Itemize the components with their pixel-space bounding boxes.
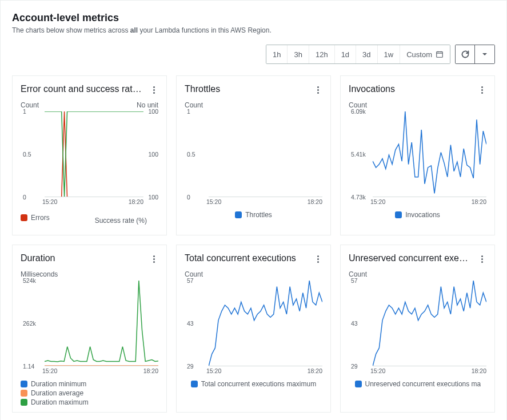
caret-down-icon (481, 51, 488, 58)
axis-labels: Milliseconds (21, 270, 158, 278)
x-axis-ticks: 15:2018:20 (42, 198, 143, 205)
axis-labels: Count (349, 270, 486, 278)
refresh-icon (461, 50, 470, 59)
legend-swatch (21, 214, 27, 221)
axis-labels: Count (185, 270, 322, 278)
legend-item: Errors (21, 211, 50, 225)
chart-plot: 10.50 (187, 111, 322, 197)
time-range-group: 1h 3h 12h 1d 3d 1w Custom (266, 45, 450, 64)
range-1h[interactable]: 1h (266, 45, 288, 63)
range-custom[interactable]: Custom (400, 45, 450, 63)
legend-item: Duration maximum (21, 398, 158, 406)
legend-swatch (21, 399, 27, 406)
metrics-panel: Account-level metrics The charts below s… (0, 0, 507, 420)
chart-card-errors: Error count and success rat…CountNo unit… (12, 75, 167, 235)
chart-plot: 10.50100100100 (23, 111, 158, 197)
chart-menu-button[interactable] (149, 253, 158, 265)
legend-item: Total concurrent executions maximum (191, 380, 316, 388)
chart-card-unreserved: Unreserved concurrent exe…Count57432915:… (340, 245, 495, 413)
refresh-button[interactable] (456, 45, 475, 63)
range-12h[interactable]: 12h (309, 45, 335, 63)
chart-legend: ErrorsSuccess rate (%) (21, 211, 158, 225)
chart-menu-button[interactable] (477, 253, 486, 265)
x-axis-ticks: 15:2018:20 (206, 198, 322, 205)
page-title: Account-level metrics (12, 12, 495, 24)
chart-menu-button[interactable] (313, 253, 322, 265)
legend-item: Success rate (%) (95, 217, 147, 225)
axis-labels: Count (349, 101, 486, 109)
axis-labels: CountNo unit (21, 101, 158, 109)
legend-swatch (395, 211, 402, 218)
chart-legend: Unreserved concurrent executions maximum (349, 380, 486, 388)
charts-grid: Error count and success rat…CountNo unit… (12, 75, 495, 413)
svg-rect-0 (437, 52, 443, 58)
calendar-icon (436, 50, 444, 58)
chart-title: Total concurrent executions (185, 253, 313, 263)
legend-swatch (191, 381, 198, 387)
legend-item: Duration minimum (21, 380, 158, 388)
chart-title: Error count and success rat… (21, 84, 149, 94)
legend-item: Throttles (235, 211, 272, 219)
x-axis-ticks: 15:2018:20 (370, 367, 486, 374)
legend-swatch (235, 211, 242, 218)
action-button-group (455, 45, 495, 64)
chart-menu-button[interactable] (477, 84, 486, 95)
legend-item: Invocations (395, 211, 440, 219)
chart-title: Duration (21, 253, 149, 263)
chart-title: Throttles (185, 84, 313, 94)
x-axis-ticks: 15:2018:20 (206, 367, 322, 374)
chart-menu-button[interactable] (149, 84, 158, 95)
chart-plot: 574329 (351, 281, 486, 366)
legend-swatch (21, 390, 27, 397)
legend-item: Unreserved concurrent executions maximum (355, 380, 481, 388)
chart-legend: Throttles (185, 211, 322, 219)
chart-plot: 6.09k5.41k4.73k (351, 111, 486, 197)
legend-swatch (355, 381, 362, 387)
chart-plot: 574329 (187, 281, 322, 366)
toolbar: 1h 3h 12h 1d 3d 1w Custom (12, 45, 495, 64)
chart-menu-button[interactable] (313, 84, 322, 95)
chart-card-invocations: InvocationsCount6.09k5.41k4.73k15:2018:2… (340, 75, 495, 235)
chart-card-concurrent: Total concurrent executionsCount57432915… (176, 245, 331, 413)
legend-swatch (21, 381, 27, 387)
x-axis-ticks: 15:2018:20 (42, 367, 158, 374)
axis-labels: Count (185, 101, 322, 109)
chart-card-throttles: ThrottlesCount10.5015:2018:20Throttles (176, 75, 331, 235)
chart-title: Unreserved concurrent exe… (349, 253, 477, 263)
chart-card-duration: DurationMilliseconds524k262k1.1415:2018:… (12, 245, 167, 413)
chart-title: Invocations (349, 84, 477, 94)
range-3h[interactable]: 3h (288, 45, 309, 63)
x-axis-ticks: 15:2018:20 (370, 198, 486, 205)
chart-legend: Total concurrent executions maximum (185, 380, 322, 388)
range-3d[interactable]: 3d (356, 45, 377, 63)
range-1d[interactable]: 1d (335, 45, 356, 63)
chart-plot: 524k262k1.14 (23, 281, 158, 366)
range-1w[interactable]: 1w (378, 45, 401, 63)
chart-legend: Duration minimumDuration averageDuration… (21, 380, 158, 406)
page-description: The charts below show metrics across all… (12, 26, 495, 34)
actions-dropdown-button[interactable] (475, 45, 494, 63)
legend-item: Duration average (21, 389, 158, 397)
chart-legend: Invocations (349, 211, 486, 219)
